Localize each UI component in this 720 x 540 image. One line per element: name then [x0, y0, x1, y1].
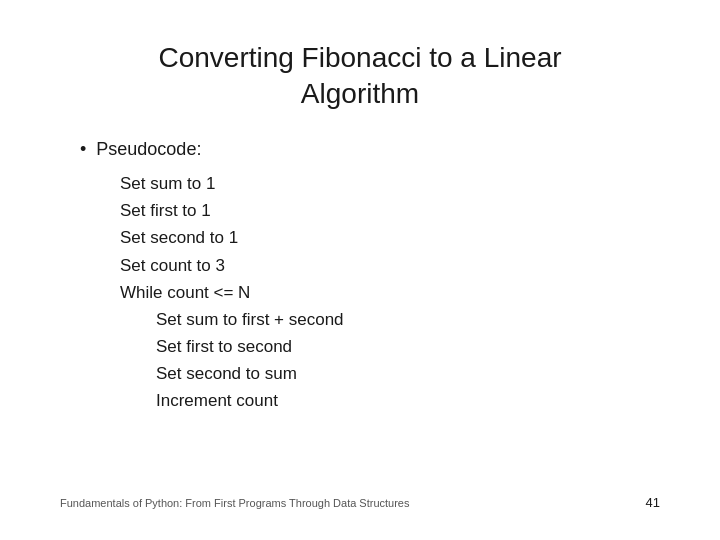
code-line-6: Set sum to first + second — [120, 306, 660, 333]
code-line-3: Set second to 1 — [120, 224, 660, 251]
slide-title: Converting Fibonacci to a Linear Algorit… — [60, 40, 660, 113]
bullet-dot: • — [80, 137, 86, 162]
footer: Fundamentals of Python: From First Progr… — [60, 485, 660, 510]
code-line-9: Increment count — [120, 387, 660, 414]
footer-page-number: 41 — [646, 495, 660, 510]
bullet-point: • Pseudocode: — [80, 137, 660, 162]
code-line-1: Set sum to 1 — [120, 170, 660, 197]
title-line2: Algorithm — [301, 78, 419, 109]
code-line-4: Set count to 3 — [120, 252, 660, 279]
pseudocode-block: Set sum to 1 Set first to 1 Set second t… — [80, 170, 660, 415]
pseudocode-label: Pseudocode: — [96, 137, 201, 162]
footer-text: Fundamentals of Python: From First Progr… — [60, 497, 410, 509]
title-area: Converting Fibonacci to a Linear Algorit… — [60, 40, 660, 113]
content-area: • Pseudocode: Set sum to 1 Set first to … — [60, 137, 660, 485]
code-line-2: Set first to 1 — [120, 197, 660, 224]
slide: Converting Fibonacci to a Linear Algorit… — [0, 0, 720, 540]
code-line-5: While count <= N — [120, 279, 660, 306]
code-line-7: Set first to second — [120, 333, 660, 360]
code-line-8: Set second to sum — [120, 360, 660, 387]
title-line1: Converting Fibonacci to a Linear — [158, 42, 561, 73]
